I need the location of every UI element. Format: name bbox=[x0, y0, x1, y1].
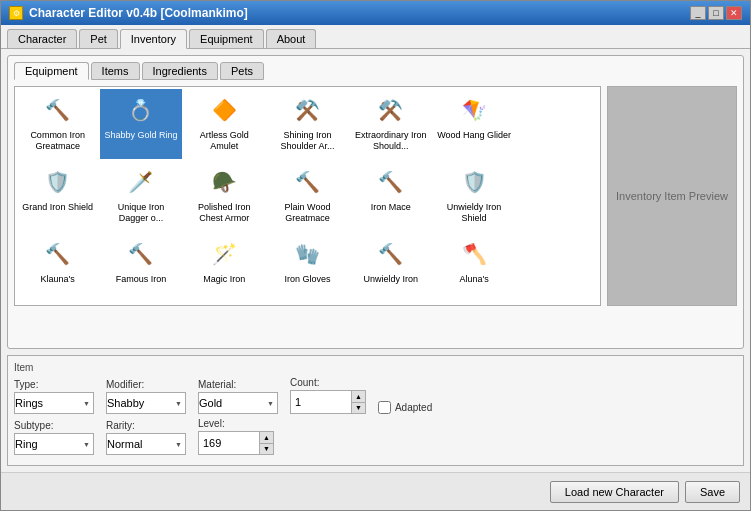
item-label: Magic Iron bbox=[203, 274, 245, 285]
item-icon-amulet: 🔶 bbox=[206, 92, 242, 128]
level-spinner[interactable]: ▲ ▼ bbox=[198, 431, 274, 455]
item-icon-chestarmor: 🪖 bbox=[206, 164, 242, 200]
item-label: Grand Iron Shield bbox=[22, 202, 93, 213]
item-label: Unwieldy Iron bbox=[364, 274, 419, 285]
list-item[interactable]: 💍 Shabby Gold Ring bbox=[100, 89, 181, 159]
item-icon-klauna: 🔨 bbox=[40, 236, 76, 272]
item-icon-shoulder2: ⚒️ bbox=[373, 92, 409, 128]
list-item[interactable]: 🔨 Famous Iron bbox=[100, 233, 181, 303]
item-label: Wood Hang Glider bbox=[437, 130, 511, 141]
item-label: Artless Gold Amulet bbox=[187, 130, 262, 152]
subtype-group: Subtype: Ring Amulet bbox=[14, 420, 94, 455]
tab-character[interactable]: Character bbox=[7, 29, 77, 48]
list-item[interactable]: 🪄 Magic Iron bbox=[184, 233, 265, 303]
material-select-wrapper[interactable]: Gold Iron Wood bbox=[198, 392, 278, 414]
subtab-ingredients[interactable]: Ingredients bbox=[142, 62, 218, 80]
subtab-items[interactable]: Items bbox=[91, 62, 140, 80]
load-character-button[interactable]: Load new Character bbox=[550, 481, 679, 503]
item-icon-aluna: 🪓 bbox=[456, 236, 492, 272]
type-select-wrapper[interactable]: Rings Weapons Armor Shields bbox=[14, 392, 94, 414]
level-group: Level: ▲ ▼ bbox=[198, 418, 274, 455]
list-item[interactable]: ⚒️ Extraordinary Iron Should... bbox=[350, 89, 431, 159]
item-properties-panel: Item Type: Rings Weapons Armor Shields M… bbox=[7, 355, 744, 466]
item-label: Unique Iron Dagger o... bbox=[103, 202, 178, 224]
item-label: Aluna's bbox=[459, 274, 488, 285]
list-item-empty2[interactable] bbox=[517, 161, 598, 231]
level-down-button[interactable]: ▼ bbox=[260, 444, 273, 455]
item-icon-empty2 bbox=[539, 164, 575, 200]
list-item[interactable]: 🔶 Artless Gold Amulet bbox=[184, 89, 265, 159]
level-input[interactable] bbox=[199, 432, 259, 454]
rarity-select[interactable]: Normal Rare Epic bbox=[106, 433, 186, 455]
close-button[interactable]: ✕ bbox=[726, 6, 742, 20]
level-label: Level: bbox=[198, 418, 274, 429]
list-item[interactable]: 🔨 Unwieldy Iron bbox=[350, 233, 431, 303]
item-grid-container: 🔨 Common Iron Greatmace 💍 Shabby Gold Ri… bbox=[14, 86, 601, 342]
sub-tab-bar: Equipment Items Ingredients Pets bbox=[14, 62, 737, 80]
props-row-1: Type: Rings Weapons Armor Shields Modifi… bbox=[14, 377, 737, 414]
modifier-select[interactable]: Shabby Common Fine bbox=[106, 392, 186, 414]
tab-pet[interactable]: Pet bbox=[79, 29, 118, 48]
footer: Load new Character Save bbox=[1, 472, 750, 510]
subtab-pets[interactable]: Pets bbox=[220, 62, 264, 80]
material-label: Material: bbox=[198, 379, 278, 390]
type-select[interactable]: Rings Weapons Armor Shields bbox=[14, 392, 94, 414]
item-label: Iron Gloves bbox=[284, 274, 330, 285]
item-icon-greatmace: 🔨 bbox=[40, 92, 76, 128]
list-item[interactable]: 🪁 Wood Hang Glider bbox=[433, 89, 514, 159]
item-icon-unwieldy: 🔨 bbox=[373, 236, 409, 272]
level-up-button[interactable]: ▲ bbox=[260, 432, 273, 444]
count-input[interactable] bbox=[291, 391, 351, 413]
list-item[interactable]: ⚒️ Shining Iron Shoulder Ar... bbox=[267, 89, 348, 159]
item-section-title: Item bbox=[14, 362, 737, 373]
item-label: Common Iron Greatmace bbox=[20, 130, 95, 152]
list-item[interactable]: 🪖 Polished Iron Chest Armor bbox=[184, 161, 265, 231]
item-grid[interactable]: 🔨 Common Iron Greatmace 💍 Shabby Gold Ri… bbox=[14, 86, 601, 306]
list-item[interactable]: 🔨 Common Iron Greatmace bbox=[17, 89, 98, 159]
item-icon-magiciron: 🪄 bbox=[206, 236, 242, 272]
subtype-select-wrapper[interactable]: Ring Amulet bbox=[14, 433, 94, 455]
count-down-button[interactable]: ▼ bbox=[352, 403, 365, 414]
item-label: Klauna's bbox=[41, 274, 75, 285]
item-icon-ironshield: 🛡️ bbox=[456, 164, 492, 200]
title-bar: ⚙ Character Editor v0.4b [Coolmankimo] _… bbox=[1, 1, 750, 25]
list-item[interactable]: 🧤 Iron Gloves bbox=[267, 233, 348, 303]
main-tab-bar: Character Pet Inventory Equipment About bbox=[1, 25, 750, 49]
material-select[interactable]: Gold Iron Wood bbox=[198, 392, 278, 414]
count-up-button[interactable]: ▲ bbox=[352, 391, 365, 403]
item-icon-ring: 💍 bbox=[123, 92, 159, 128]
list-item[interactable]: 🔨 Iron Mace bbox=[350, 161, 431, 231]
level-spinner-btns: ▲ ▼ bbox=[259, 432, 273, 454]
list-item-empty[interactable] bbox=[517, 89, 598, 159]
list-item[interactable]: 🗡️ Unique Iron Dagger o... bbox=[100, 161, 181, 231]
type-label: Type: bbox=[14, 379, 94, 390]
item-label: Polished Iron Chest Armor bbox=[187, 202, 262, 224]
minimize-button[interactable]: _ bbox=[690, 6, 706, 20]
item-icon-shoulder: ⚒️ bbox=[289, 92, 325, 128]
tab-about[interactable]: About bbox=[266, 29, 317, 48]
rarity-group: Rarity: Normal Rare Epic bbox=[106, 420, 186, 455]
subtab-equipment[interactable]: Equipment bbox=[14, 62, 89, 80]
count-spinner-btns: ▲ ▼ bbox=[351, 391, 365, 413]
item-icon-shield: 🛡️ bbox=[40, 164, 76, 200]
list-item[interactable]: 🛡️ Grand Iron Shield bbox=[17, 161, 98, 231]
adapted-checkbox-group[interactable]: Adapted bbox=[378, 401, 432, 414]
count-label: Count: bbox=[290, 377, 366, 388]
tab-equipment[interactable]: Equipment bbox=[189, 29, 264, 48]
item-label: Famous Iron bbox=[116, 274, 167, 285]
tab-inventory[interactable]: Inventory bbox=[120, 29, 187, 49]
item-icon-famousiron: 🔨 bbox=[123, 236, 159, 272]
list-item[interactable]: 🔨 Plain Wood Greatmace bbox=[267, 161, 348, 231]
list-item[interactable]: 🪓 Aluna's bbox=[433, 233, 514, 303]
subtype-select[interactable]: Ring Amulet bbox=[14, 433, 94, 455]
preview-label: Inventory Item Preview bbox=[616, 190, 728, 202]
list-item[interactable]: 🛡️ Unwieldy Iron Shield bbox=[433, 161, 514, 231]
rarity-select-wrapper[interactable]: Normal Rare Epic bbox=[106, 433, 186, 455]
item-label: Unwieldy Iron Shield bbox=[436, 202, 511, 224]
save-button[interactable]: Save bbox=[685, 481, 740, 503]
list-item[interactable]: 🔨 Klauna's bbox=[17, 233, 98, 303]
modifier-select-wrapper[interactable]: Shabby Common Fine bbox=[106, 392, 186, 414]
count-spinner[interactable]: ▲ ▼ bbox=[290, 390, 366, 414]
maximize-button[interactable]: □ bbox=[708, 6, 724, 20]
adapted-checkbox[interactable] bbox=[378, 401, 391, 414]
